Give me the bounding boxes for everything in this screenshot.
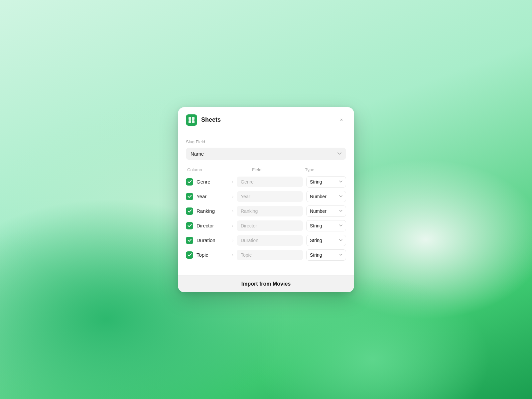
director-checkbox[interactable] xyxy=(186,222,193,229)
topic-type-wrap: StringNumberBooleanDate xyxy=(306,249,346,261)
director-type-wrap: StringNumberBooleanDate xyxy=(306,220,346,231)
duration-field-input[interactable] xyxy=(237,235,303,246)
checkbox-column: Director xyxy=(186,222,229,229)
topic-field-input[interactable] xyxy=(237,250,303,260)
ranking-type-select[interactable]: StringNumberBooleanDate xyxy=(306,205,346,217)
column-header-type: Type xyxy=(305,167,345,172)
import-button[interactable]: Import from Movies xyxy=(178,276,354,292)
genre-type-select[interactable]: StringNumberBooleanDate xyxy=(306,176,346,188)
genre-checkbox[interactable] xyxy=(186,178,193,186)
year-checkbox[interactable] xyxy=(186,193,193,200)
table-row: Genre › StringNumberBooleanDate xyxy=(186,176,346,188)
ranking-type-wrap: StringNumberBooleanDate xyxy=(306,205,346,217)
dialog-header: Sheets × xyxy=(178,107,354,132)
dialog-body: Slug Field Name Genre Year Column Field … xyxy=(178,132,354,268)
topic-checkbox[interactable] xyxy=(186,251,193,259)
svg-rect-3 xyxy=(192,120,195,123)
duration-type-wrap: StringNumberBooleanDate xyxy=(306,235,346,246)
column-header-column: Column xyxy=(187,167,245,172)
arrow-icon: › xyxy=(229,209,237,213)
duration-checkbox[interactable] xyxy=(186,237,193,244)
ranking-column-name: Ranking xyxy=(197,208,215,214)
arrow-icon: › xyxy=(229,238,237,243)
duration-type-select[interactable]: StringNumberBooleanDate xyxy=(306,235,346,246)
genre-field-input[interactable] xyxy=(237,177,303,187)
close-button[interactable]: × xyxy=(337,115,346,125)
year-field-input[interactable] xyxy=(237,191,303,202)
arrow-icon: › xyxy=(229,253,237,257)
topic-column-name: Topic xyxy=(197,252,208,258)
table-row: Director › StringNumberBooleanDate xyxy=(186,220,346,231)
checkbox-column: Duration xyxy=(186,237,229,244)
sheets-icon xyxy=(186,114,197,126)
checkbox-column: Year xyxy=(186,193,229,200)
arrow-icon: › xyxy=(229,180,237,184)
year-type-wrap: StringNumberBooleanDate xyxy=(306,191,346,202)
year-column-name: Year xyxy=(197,194,206,199)
year-type-select[interactable]: StringNumberBooleanDate xyxy=(306,191,346,202)
columns-header: Column Field Type xyxy=(186,167,346,172)
table-row: Ranking › StringNumberBooleanDate xyxy=(186,205,346,217)
svg-rect-2 xyxy=(189,120,191,123)
arrow-icon: › xyxy=(229,194,237,199)
svg-rect-1 xyxy=(192,117,195,120)
genre-type-wrap: StringNumberBooleanDate xyxy=(306,176,346,188)
checkbox-column: Ranking xyxy=(186,207,229,215)
director-column-name: Director xyxy=(197,223,214,228)
column-header-field: Field xyxy=(252,167,305,172)
table-row: Topic › StringNumberBooleanDate xyxy=(186,249,346,261)
sheets-dialog: Sheets × Slug Field Name Genre Year Colu… xyxy=(178,107,354,292)
ranking-checkbox[interactable] xyxy=(186,207,193,215)
dialog-title: Sheets xyxy=(201,116,333,123)
slug-field-select[interactable]: Name Genre Year xyxy=(186,148,346,160)
checkbox-column: Topic xyxy=(186,251,229,259)
director-field-input[interactable] xyxy=(237,220,303,231)
duration-column-name: Duration xyxy=(197,237,215,243)
checkbox-column: Genre xyxy=(186,178,229,186)
svg-rect-0 xyxy=(189,117,191,120)
slug-field-label: Slug Field xyxy=(186,139,346,144)
table-row: Year › StringNumberBooleanDate xyxy=(186,191,346,202)
ranking-field-input[interactable] xyxy=(237,206,303,216)
rows-container: Genre › StringNumberBooleanDate Year xyxy=(186,176,346,261)
table-row: Duration › StringNumberBooleanDate xyxy=(186,235,346,246)
topic-type-select[interactable]: StringNumberBooleanDate xyxy=(306,249,346,261)
genre-column-name: Genre xyxy=(197,179,210,185)
arrow-icon: › xyxy=(229,223,237,228)
director-type-select[interactable]: StringNumberBooleanDate xyxy=(306,220,346,231)
